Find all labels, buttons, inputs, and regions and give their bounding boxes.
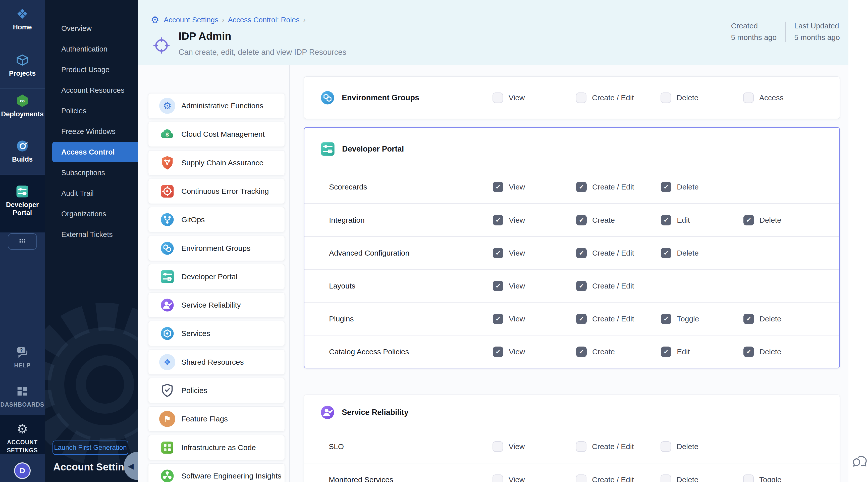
permission-view[interactable]: View (493, 441, 525, 452)
resource-category-policies[interactable]: Policies (148, 378, 285, 403)
checkbox-checked-icon[interactable]: ✔ (576, 215, 587, 225)
checkbox-checked-icon[interactable]: ✔ (493, 313, 503, 324)
checkbox-unchecked-icon[interactable] (743, 475, 754, 482)
resource-category-gitops[interactable]: GitOps (148, 207, 285, 232)
rail-module-deployments[interactable]: ∞Deployments (0, 93, 45, 118)
permission-create-edit[interactable]: ✔Create / Edit (576, 248, 634, 258)
permission-create-edit[interactable]: Create / Edit (576, 92, 634, 103)
checkbox-checked-icon[interactable]: ✔ (493, 215, 503, 225)
resource-category-administrative-functions[interactable]: ⚙Administrative Functions (148, 93, 285, 118)
resource-category-feature-flags[interactable]: ⚑Feature Flags (148, 406, 285, 431)
resource-category-services[interactable]: Services (148, 321, 285, 346)
permission-delete[interactable]: Delete (660, 441, 699, 452)
launch-first-generation-button[interactable]: Launch First Generation (53, 441, 128, 455)
checkbox-checked-icon[interactable]: ✔ (661, 313, 671, 324)
rail-module-developer-portal[interactable]: DeveloperPortal (0, 184, 45, 217)
support-chat-icon[interactable] (852, 453, 868, 471)
checkbox-checked-icon[interactable]: ✔ (576, 347, 587, 357)
permission-view[interactable]: ✔View (493, 182, 525, 192)
settings-nav-item-organizations[interactable]: Organizations (52, 204, 137, 224)
resource-category-shared-resources[interactable]: ❖Shared Resources (148, 350, 285, 375)
checkbox-unchecked-icon[interactable] (743, 92, 754, 103)
checkbox-checked-icon[interactable]: ✔ (661, 182, 671, 192)
checkbox-checked-icon[interactable]: ✔ (576, 281, 587, 291)
permission-delete[interactable]: Delete (660, 475, 699, 482)
settings-nav-item-subscriptions[interactable]: Subscriptions (52, 162, 137, 183)
checkbox-unchecked-icon[interactable] (660, 92, 671, 103)
checkbox-checked-icon[interactable]: ✔ (743, 347, 754, 357)
permission-delete[interactable]: Delete (660, 92, 699, 103)
checkbox-unchecked-icon[interactable] (660, 475, 671, 482)
permission-access[interactable]: Access (743, 92, 784, 103)
settings-nav-item-audit-trail[interactable]: Audit Trail (52, 183, 137, 204)
user-avatar[interactable]: D (14, 462, 31, 479)
checkbox-unchecked-icon[interactable] (493, 441, 503, 452)
permission-delete[interactable]: ✔Delete (661, 182, 699, 192)
permission-toggle[interactable]: ✔Toggle (661, 313, 699, 324)
checkbox-checked-icon[interactable]: ✔ (493, 182, 503, 192)
resource-category-software-engineering-insights[interactable]: Software Engineering Insights (148, 463, 285, 482)
resource-category-environment-groups[interactable]: Environment Groups (148, 236, 285, 261)
settings-nav-item-access-control[interactable]: Access Control (52, 142, 137, 162)
permission-create-edit[interactable]: ✔Create / Edit (576, 281, 634, 291)
permission-toggle[interactable]: Toggle (743, 475, 781, 482)
resource-category-supply-chain-assurance[interactable]: Supply Chain Assurance (148, 150, 285, 175)
resource-category-cloud-cost-management[interactable]: $Cloud Cost Management (148, 122, 285, 147)
checkbox-checked-icon[interactable]: ✔ (661, 248, 671, 258)
settings-nav-item-policies[interactable]: Policies (52, 100, 137, 121)
breadcrumb-link-account-settings[interactable]: Account Settings (164, 16, 218, 24)
permission-view[interactable]: ✔View (493, 347, 525, 357)
rail-utility-dashboards[interactable]: DASHBOARDS (0, 384, 45, 409)
checkbox-unchecked-icon[interactable] (576, 92, 586, 103)
checkbox-checked-icon[interactable]: ✔ (576, 248, 587, 258)
permission-view[interactable]: ✔View (493, 248, 525, 258)
permission-create-edit[interactable]: ✔Create / Edit (576, 182, 634, 192)
checkbox-unchecked-icon[interactable] (493, 92, 503, 103)
rail-module-home[interactable]: ❖Home (0, 6, 45, 31)
rail-utility-help[interactable]: ?HELP (0, 345, 45, 369)
settings-nav-item-account-resources[interactable]: Account Resources (52, 80, 137, 100)
resource-category-developer-portal[interactable]: Developer Portal (148, 264, 285, 289)
permission-view[interactable]: ✔View (493, 281, 525, 291)
settings-nav-item-product-usage[interactable]: Product Usage (52, 59, 137, 80)
rail-module-projects[interactable]: Projects (0, 53, 45, 78)
permission-view[interactable]: View (493, 92, 525, 103)
checkbox-checked-icon[interactable]: ✔ (493, 281, 503, 291)
checkbox-checked-icon[interactable]: ✔ (743, 313, 754, 324)
permission-view[interactable]: ✔View (493, 215, 525, 225)
permission-create-edit[interactable]: Create / Edit (576, 441, 634, 452)
settings-nav-item-authentication[interactable]: Authentication (52, 39, 137, 59)
settings-nav-item-freeze-windows[interactable]: Freeze Windows (52, 121, 137, 142)
checkbox-unchecked-icon[interactable] (493, 475, 503, 482)
checkbox-unchecked-icon[interactable] (576, 475, 586, 482)
permission-delete[interactable]: ✔Delete (743, 313, 781, 324)
permission-create-edit[interactable]: Create / Edit (576, 475, 634, 482)
checkbox-checked-icon[interactable]: ✔ (743, 215, 754, 225)
apps-grid-button[interactable] (8, 233, 37, 250)
permission-delete[interactable]: ✔Delete (661, 248, 699, 258)
breadcrumb-link-access-control-roles[interactable]: Access Control: Roles (228, 16, 299, 24)
rail-module-builds[interactable]: Builds (0, 139, 45, 163)
checkbox-checked-icon[interactable]: ✔ (493, 347, 503, 357)
checkbox-unchecked-icon[interactable] (576, 441, 586, 452)
rail-utility-account-settings[interactable]: ⚙ACCOUNTSETTINGS (0, 422, 45, 454)
permission-create-edit[interactable]: ✔Create / Edit (576, 313, 634, 324)
permission-edit[interactable]: ✔Edit (661, 215, 690, 225)
checkbox-checked-icon[interactable]: ✔ (576, 313, 587, 324)
permission-view[interactable]: ✔View (493, 313, 525, 324)
resource-category-service-reliability[interactable]: Service Reliability (148, 293, 285, 318)
settings-nav-item-external-tickets[interactable]: External Tickets (52, 224, 137, 245)
permission-delete[interactable]: ✔Delete (743, 347, 781, 357)
checkbox-checked-icon[interactable]: ✔ (661, 215, 671, 225)
settings-nav-item-overview[interactable]: Overview (52, 18, 137, 39)
checkbox-checked-icon[interactable]: ✔ (493, 248, 503, 258)
permission-create[interactable]: ✔Create (576, 215, 615, 225)
checkbox-unchecked-icon[interactable] (660, 441, 671, 452)
permission-edit[interactable]: ✔Edit (661, 347, 690, 357)
resource-category-infrastructure-as-code[interactable]: Infrastructure as Code (148, 435, 285, 460)
permission-create[interactable]: ✔Create (576, 347, 615, 357)
checkbox-checked-icon[interactable]: ✔ (576, 182, 587, 192)
checkbox-checked-icon[interactable]: ✔ (661, 347, 671, 357)
resource-category-continuous-error-tracking[interactable]: Continuous Error Tracking (148, 179, 285, 204)
permission-view[interactable]: View (493, 475, 525, 482)
